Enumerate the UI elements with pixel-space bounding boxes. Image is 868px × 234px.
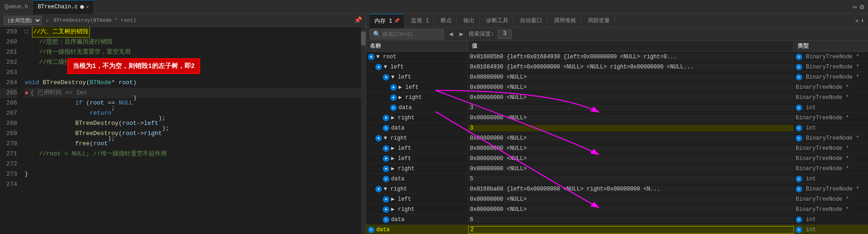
w-name-llr: ● ▶ right [366,94,468,101]
watch-row-root[interactable]: ● ▼ root 0x016885b0 {left=0x01684930 {le… [366,52,868,62]
scope-selector[interactable]: (全局范围) [4,16,42,25]
w-value-rl2: 0x00000000 <NULL> [468,155,794,162]
line-num-268: 268 [0,118,17,129]
watch-row-data5[interactable]: ↻ data 5 ↻ int [366,174,868,184]
watch-row-data3b[interactable]: ↻ data 3 ↻ int [366,123,868,133]
watch-row-rr[interactable]: ● ▶ right 0x00000000 <NULL> BinaryTreeNo… [366,164,868,174]
watch-row-rrr[interactable]: ● ▶ right 0x00000000 <NULL> BinaryTreeNo… [366,204,868,215]
settings-icon[interactable]: ⚙ [860,2,864,12]
w-value-rrr: 0x00000000 <NULL> [468,206,794,213]
close-debug-panel-icon[interactable]: ✕ [855,17,859,25]
split-editor-icon[interactable]: ⇔ [853,2,857,12]
line-num-260: 260 [0,37,17,47]
refresh-icon-data3b: ↻ [383,125,389,131]
tab-callstack-label: 调用堆栈 [554,17,576,25]
tab-watch1-label: 监视 1 [411,17,429,25]
code-line-274 [25,179,361,190]
watch-row-right1[interactable]: ● ▼ right 0x00000000 <NULL> ↻ BinaryTree… [366,133,868,143]
w-type-root: ↻ BinaryTreeNode * [794,54,868,60]
tab-breakpoints[interactable]: 断点 [436,14,457,28]
code-line-259: □ //六、二叉树的销毁 [25,27,361,37]
watch-row-rl[interactable]: ● ▶ left 0x00000000 <NULL> BinaryTreeNod… [366,143,868,154]
tab-queue-h[interactable]: Queue.h [0,0,33,14]
tab-watch1[interactable]: 监视 1 [406,14,434,28]
line-num-262: 262 [0,57,17,68]
annotation-box: 当根为1，不为空，则销毁1的左子树，即2 [67,58,200,74]
line-num-266: 266 [0,98,17,108]
w-name-rl2: ● ▶ left [366,155,468,162]
watch-row-rl2[interactable]: ● ▶ left 0x00000000 <NULL> BinaryTreeNod… [366,154,868,164]
watch-row-data6[interactable]: ↻ data 6 ↻ int [366,215,868,225]
w-name-data3a: ↻ data [366,105,468,111]
scrollbar-thumb[interactable] [361,31,366,45]
toolbar-separator: ▸ [45,16,50,25]
tab-autos[interactable]: 自动窗口 [515,14,547,28]
watch-row-data2[interactable]: ↻ data 2 ↻ int [366,225,868,234]
tab-locals[interactable]: 局部变量 [583,14,615,28]
w-name-rr: ● ▶ right [366,165,468,172]
search-depth-value: 3 [498,30,512,39]
tab-callstack[interactable]: 调用堆栈 [549,14,581,28]
watch-row-lll[interactable]: ● ▶ left 0x00000000 <NULL> BinaryTreeNod… [366,82,868,92]
watch-row-rrl[interactable]: ● ▶ left 0x00000000 <NULL> BinaryTreeNod… [366,194,868,204]
code-line-270: free(root); [25,139,361,149]
node-icon-right2: ● [375,186,382,192]
watch-row-lr[interactable]: ● ▶ right 0x00000000 <NULL> BinaryTreeNo… [366,113,868,123]
line-num-265: 265 [0,88,17,98]
search-icon: 🔍 [373,31,380,38]
line-num-273: 273 [0,169,17,179]
line-numbers: 259 260 261 262 263 264 265 266 267 268 … [0,27,21,234]
debug-tabs: 内存 1 📌 监视 1 断点 输出 诊断工具 自动窗口 调用堆栈 局部变量 [366,14,868,28]
w-type-lll: BinaryTreeNode * [794,84,868,91]
w-type-rl2: BinaryTreeNode * [794,155,868,162]
w-name-data3b: ↻ data [366,125,468,131]
kw-void: void [25,78,39,88]
w-type-right2: ↻ BinaryTreeNode * [794,186,868,192]
search-next-btn[interactable]: ▶ [458,30,464,38]
tab-diagnostics[interactable]: 诊断工具 [482,14,513,28]
tab-btreechain-c-label: BTreeChain.c [38,4,77,10]
w-type-data2: ↻ int [794,227,868,233]
search-input-wrap[interactable]: 🔍 [370,29,444,39]
watch-row-llr[interactable]: ● ▶ right 0x00000000 <NULL> BinaryTreeNo… [366,92,868,103]
watch-row-right2[interactable]: ● ▼ right 0x0168ba60 {left=0x00000000 <N… [366,184,868,194]
ri-data2-r: ↻ [796,227,802,233]
w-name-right1: ● ▼ right [366,135,468,142]
ri-right1: ↻ [796,135,802,142]
search-input[interactable] [382,31,438,37]
w-value-data2: 2 [468,226,794,234]
w-value-data3b: 3 [468,125,794,131]
watch-row-left-left[interactable]: ● ▼ left 0x00000000 <NULL> ↻ BinaryTreeN… [366,72,868,82]
node-icon-lll: ● [390,84,397,91]
w-type-llr: BinaryTreeNode * [794,94,868,101]
watch-body[interactable]: ● ▼ root 0x016885b0 {left=0x01684930 {le… [366,52,868,234]
comment-260: //思想：后序遍历进行销毁 [25,37,113,47]
node-icon-lr: ● [383,115,389,121]
tab-locals-label: 局部变量 [588,17,610,25]
float-debug-panel-icon[interactable]: ⬆ [861,17,864,25]
line-num-267: 267 [0,108,17,118]
w-name-right2: ● ▼ right [366,186,468,192]
tab-output[interactable]: 输出 [459,14,480,28]
node-icon-llr: ● [390,94,397,101]
w-value-right2: 0x0168ba60 {left=0x00000000 <NULL> right… [468,186,794,192]
watch-row-left1[interactable]: ● ▼ left 0x01684930 {left=0x00000000 <NU… [366,62,868,72]
watch-row-data3a[interactable]: ↻ data 3 ↻ int [366,103,868,113]
ri-data3a: ↻ [796,105,802,111]
toolbar-pin-btn[interactable]: 📌 [354,16,362,24]
w-name-data2: ↻ data [366,227,468,233]
node-icon-rr: ● [383,166,389,172]
ri-data6: ↻ [383,216,389,223]
search-prev-btn[interactable]: ◀ [448,30,454,38]
editor-scrollbar[interactable] [361,27,366,234]
node-icon-rl2: ● [383,155,389,162]
close-tab-icon[interactable]: ✕ [86,4,89,10]
w-value-lll: 0x00000000 <NULL> [468,84,794,91]
code-area[interactable]: □ //六、二叉树的销毁 //思想：后序遍历进行销毁 //传一级指针无需置空，置… [21,27,361,234]
w-type-data5: ↻ int [794,176,868,182]
tab-memory1[interactable]: 内存 1 📌 [370,14,405,28]
w-value-data6: 6 [468,216,794,223]
w-type-left-left: ↻ BinaryTreeNode * [794,74,868,80]
w-value-llr: 0x00000000 <NULL> [468,94,794,101]
tab-btreechain-c[interactable]: BTreeChain.c ✕ [33,0,94,14]
